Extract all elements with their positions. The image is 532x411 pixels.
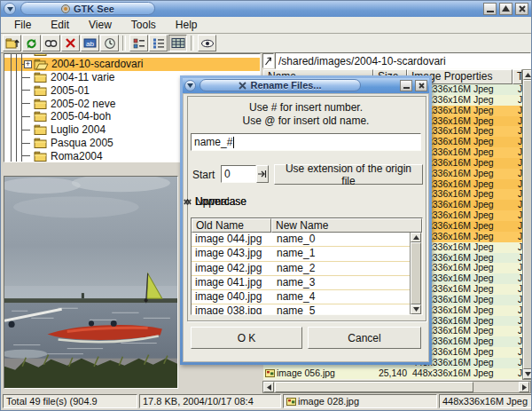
use-extension-button[interactable]: Use extension of the origin file xyxy=(274,164,423,185)
start-spin-button[interactable] xyxy=(256,165,269,183)
menu-item[interactable]: Help xyxy=(166,19,207,31)
file-type-cell: Jpeg xyxy=(515,189,522,200)
maximize-icon xyxy=(502,5,510,12)
thumbnail-view-button[interactable] xyxy=(129,35,148,51)
menu-item[interactable]: File xyxy=(4,19,41,31)
hint-oldname: Use @ for insert old name. xyxy=(184,115,428,127)
thumbnail-view-icon xyxy=(132,37,145,49)
window-menu-button[interactable] xyxy=(4,3,16,15)
scroll-down-arrow[interactable] xyxy=(523,369,532,379)
old-name-cell: image 041.jpg xyxy=(192,276,271,289)
chevron-down-icon xyxy=(187,83,193,88)
folder-icon xyxy=(34,151,48,162)
new-name-cell: name_0 xyxy=(271,233,410,246)
rename-row[interactable]: image 040.jpg name_4 xyxy=(192,290,410,304)
location-corner-button[interactable] xyxy=(262,53,274,68)
scroll-right-arrow[interactable] xyxy=(519,382,529,392)
maximize-button[interactable] xyxy=(499,3,512,15)
file-list-vertical-scrollbar[interactable] xyxy=(522,69,532,380)
scroll-left-arrow[interactable] xyxy=(263,382,274,392)
file-type-cell: Jpeg xyxy=(515,295,522,305)
column-header[interactable]: Type xyxy=(512,69,522,84)
start-number-input[interactable]: 0 xyxy=(221,165,256,183)
file-type-cell: Jpeg xyxy=(515,273,522,284)
tree-connector xyxy=(21,155,30,156)
dialog-menu-button[interactable] xyxy=(184,80,196,91)
list-view-button[interactable] xyxy=(149,35,168,51)
tree-item-label: 2005-01 xyxy=(51,84,90,97)
detail-view-button[interactable] xyxy=(168,35,187,51)
file-type-cell: Jpeg xyxy=(515,106,522,116)
rename-preview-table: Old Name New Name image 044.jpg name_0 i… xyxy=(191,217,423,315)
scroll-down-arrow[interactable] xyxy=(411,304,421,314)
dialog-title-pill: Rename Files... xyxy=(200,79,361,91)
folder-icon xyxy=(34,111,48,122)
scrollbar-thumb[interactable] xyxy=(411,242,421,304)
dialog-body: Use # for insert number. Use @ for inser… xyxy=(183,93,429,362)
file-type-cell: Jpeg xyxy=(515,253,522,264)
timer-button[interactable] xyxy=(100,35,119,51)
old-name-cell: image 040.jpg xyxy=(192,290,271,304)
rename-button[interactable]: ab xyxy=(81,35,99,51)
file-type-cell: Jpeg xyxy=(515,316,522,327)
scrollbar-thumb[interactable] xyxy=(275,382,473,392)
menu-item[interactable]: Edit xyxy=(41,19,79,31)
scroll-up-arrow[interactable] xyxy=(523,70,532,80)
tree-connector xyxy=(21,103,30,104)
tree-item[interactable]: + 2004-10-scardovari xyxy=(4,58,260,71)
folder-icon xyxy=(34,85,48,96)
rename-row[interactable]: image 038.jpg name_5 xyxy=(192,304,410,314)
refresh-button[interactable] xyxy=(22,35,41,51)
rename-table-scrollbar[interactable] xyxy=(410,233,422,314)
file-type-cell: Jpeg xyxy=(515,347,522,358)
minimize-icon xyxy=(487,5,494,12)
cancel-button[interactable]: Cancel xyxy=(308,327,421,349)
scrollbar-thumb[interactable] xyxy=(523,80,532,369)
detail-view-icon xyxy=(171,37,185,49)
dialog-minimize-button[interactable] xyxy=(400,80,412,91)
new-name-cell: name_4 xyxy=(271,290,410,304)
old-name-column-header[interactable]: Old Name xyxy=(192,218,271,233)
rename-row[interactable]: image 042.jpg name_2 xyxy=(192,262,410,276)
chevron-down-icon xyxy=(7,7,13,12)
tree-connector xyxy=(21,130,30,130)
tree-item-label: 2005-02 neve xyxy=(51,98,115,110)
toolbar-separator xyxy=(191,36,194,51)
refresh-icon xyxy=(25,37,38,50)
rename-row[interactable]: image 043.jpg name_1 xyxy=(192,247,410,261)
status-current-file: image 028.jpg xyxy=(283,394,437,408)
jpeg-file-icon xyxy=(286,398,296,406)
ok-button[interactable]: O K xyxy=(191,327,302,349)
slideshow-button[interactable] xyxy=(42,35,60,51)
new-name-input[interactable]: name_# xyxy=(191,133,421,151)
menu-item[interactable]: View xyxy=(79,19,121,31)
up-folder-button[interactable] xyxy=(3,35,21,51)
tree-connector xyxy=(21,116,30,117)
location-input[interactable] xyxy=(275,52,531,69)
file-type-cell: Jpeg xyxy=(515,263,522,273)
minimize-button[interactable] xyxy=(483,3,497,15)
menu-item[interactable]: Tools xyxy=(121,19,166,31)
tree-connector xyxy=(21,90,30,91)
rename-row[interactable]: image 041.jpg name_3 xyxy=(192,276,410,290)
minimize-icon xyxy=(403,83,410,89)
case-option[interactable]: Lowercase xyxy=(184,195,246,208)
file-type-cell: Jpeg xyxy=(515,305,522,316)
folder-icon xyxy=(34,124,48,135)
rename-row[interactable]: image 044.jpg name_0 xyxy=(192,233,410,247)
dialog-close-button[interactable] xyxy=(415,80,427,91)
file-type-cell: Jpeg xyxy=(515,358,522,368)
folder-icon xyxy=(34,99,48,109)
preview-button[interactable] xyxy=(198,35,216,51)
new-name-column-header[interactable]: New Name xyxy=(271,218,422,233)
close-button[interactable] xyxy=(515,3,528,15)
tree-item-label: 2004-11 varie xyxy=(51,71,115,83)
file-type-cell: Jpeg xyxy=(515,116,522,127)
scroll-up-arrow[interactable] xyxy=(411,233,421,242)
file-type-cell: Jpeg xyxy=(515,210,522,221)
tree-expander-icon[interactable]: + xyxy=(24,60,32,68)
file-row[interactable]: image 056.jpg 25,140 448x336x16M Jpeg Jp… xyxy=(263,368,522,379)
delete-button[interactable] xyxy=(61,35,80,51)
file-type-cell: Jpeg xyxy=(515,200,522,210)
file-list-horizontal-scrollbar[interactable] xyxy=(262,381,531,393)
